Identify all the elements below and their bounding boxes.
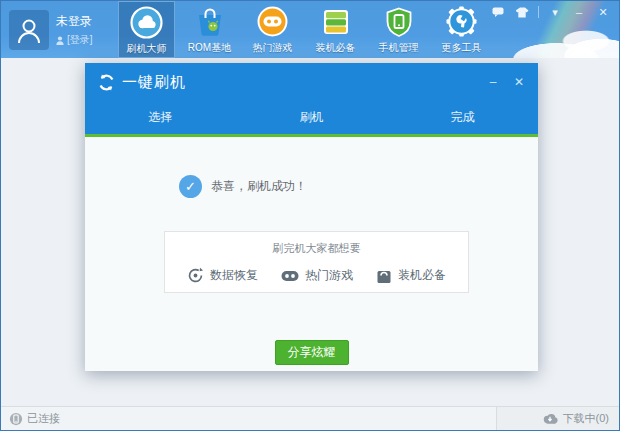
- promo-item-data-recovery[interactable]: 数据恢复: [187, 267, 258, 284]
- promo-item-essential-apps[interactable]: 装机必备: [376, 267, 446, 284]
- toolbar-label: 更多工具: [442, 41, 482, 55]
- dialog-controls: – ✕: [486, 76, 526, 88]
- avatar[interactable]: [9, 10, 49, 50]
- connection-status: 已连接: [9, 411, 60, 426]
- toolbar-item-rom-base[interactable]: ROM基地: [181, 1, 238, 58]
- gamepad-icon: [281, 269, 299, 283]
- connection-label: 已连接: [27, 411, 60, 426]
- share-button[interactable]: 分享炫耀: [275, 340, 349, 365]
- login-link[interactable]: [登录]: [56, 33, 93, 47]
- toolbar-item-hot-games[interactable]: 热门游戏: [244, 1, 301, 58]
- titlebar: 未登录 [登录]: [1, 1, 619, 58]
- toolbar-label: 刷机大师: [127, 42, 167, 56]
- downloads-button[interactable]: 下载中(0): [496, 407, 619, 430]
- cloud-icon: [130, 6, 163, 39]
- main-toolbar: 刷机大师 ROM基地: [118, 1, 490, 58]
- login-user-icon: [56, 36, 64, 45]
- promo-title: 刷完机大家都想要: [165, 241, 468, 256]
- skin-theme-icon[interactable]: [514, 5, 530, 19]
- promo-item-label: 热门游戏: [305, 267, 353, 284]
- dialog-close-button[interactable]: ✕: [512, 76, 526, 88]
- dialog-content: ✓ 恭喜，刷机成功！ 刷完机大家都想要 数据恢复: [85, 137, 538, 371]
- statusbar: 已连接 下载中(0): [1, 406, 619, 430]
- controls-divider: [538, 6, 539, 18]
- downloads-label: 下载中(0): [563, 411, 609, 426]
- minimize-button[interactable]: –: [571, 5, 587, 19]
- dialog-title: 一键刷机: [122, 73, 186, 92]
- sync-icon: [97, 73, 116, 92]
- promo-box: 刷完机大家都想要 数据恢复: [164, 231, 469, 293]
- phone-connected-icon: [9, 412, 23, 426]
- feedback-icon[interactable]: [490, 5, 506, 19]
- restore-icon: [187, 267, 204, 284]
- username-label: 未登录: [56, 13, 93, 30]
- wizard-steps: 选择 刷机 完成: [85, 101, 538, 137]
- tab-flash[interactable]: 刷机: [236, 101, 387, 134]
- account-area: 未登录 [登录]: [9, 10, 93, 50]
- toolbar-label: 热门游戏: [253, 41, 293, 55]
- one-click-flash-dialog: 一键刷机 – ✕ 选择 刷机 完成 ✓ 恭喜，刷机成功！ 刷完机大家都想要: [85, 63, 538, 371]
- tab-finish[interactable]: 完成: [387, 101, 538, 134]
- tab-select[interactable]: 选择: [85, 101, 236, 134]
- rom-bag-icon: [193, 5, 226, 38]
- shield-phone-icon: [382, 5, 415, 38]
- promo-item-label: 装机必备: [398, 267, 446, 284]
- toolbar-item-flash-master[interactable]: 刷机大师: [118, 1, 175, 58]
- games-icon: [256, 5, 289, 38]
- toolbar-label: ROM基地: [188, 41, 231, 55]
- promo-item-hot-games[interactable]: 热门游戏: [281, 267, 353, 284]
- success-row: ✓ 恭喜，刷机成功！: [179, 175, 307, 198]
- toolbar-label: 手机管理: [379, 41, 419, 55]
- promo-item-label: 数据恢复: [210, 267, 258, 284]
- app-window: 未登录 [登录]: [0, 0, 620, 431]
- success-message: 恭喜，刷机成功！: [211, 178, 307, 195]
- cloud-download-icon: [542, 413, 558, 424]
- close-button[interactable]: ✕: [595, 5, 611, 19]
- dialog-header: 一键刷机 – ✕: [85, 63, 538, 101]
- window-controls: ▾ – ✕: [490, 5, 611, 19]
- toolbar-item-essential-apps[interactable]: 装机必备: [307, 1, 364, 58]
- toolbar-label: 装机必备: [316, 41, 356, 55]
- gear-wrench-icon: [445, 5, 478, 38]
- promo-items: 数据恢复 热门游戏: [165, 267, 468, 284]
- layers-icon: [319, 5, 352, 38]
- toolbar-item-more-tools[interactable]: 更多工具: [433, 1, 490, 58]
- success-check-icon: ✓: [179, 175, 202, 198]
- account-text: 未登录 [登录]: [56, 10, 93, 50]
- dialog-minimize-button[interactable]: –: [486, 76, 500, 88]
- user-icon: [16, 17, 42, 43]
- toolbar-item-phone-manage[interactable]: 手机管理: [370, 1, 427, 58]
- bag-icon: [376, 268, 392, 284]
- menu-chevron-icon[interactable]: ▾: [547, 5, 563, 19]
